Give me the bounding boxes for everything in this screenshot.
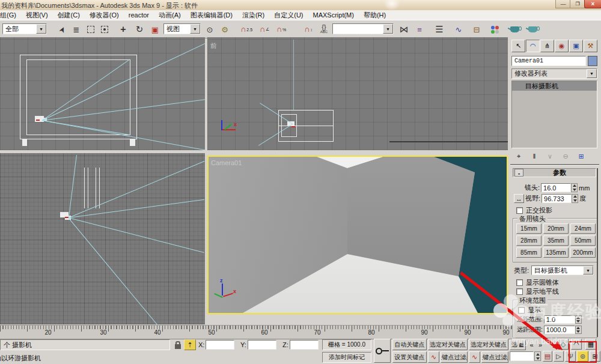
previous-frame-button[interactable]: « [528,339,535,350]
parameters-rollout-header[interactable]: - 参数 [513,168,596,177]
lens-preset-50mm[interactable]: 50mm [570,235,596,246]
key-filters-button[interactable]: 关键点过滤点 [441,351,468,363]
menu-item-animation[interactable]: 动画(A) [154,11,186,20]
select-object-button[interactable]: ➤ [55,23,69,36]
selection-lock-button[interactable] [172,339,183,350]
time-spinner[interactable] [534,351,541,361]
select-scale-button[interactable]: ▣ [148,23,162,36]
near-range-spinner[interactable] [575,315,582,324]
far-range-spinner[interactable] [575,326,582,334]
select-manipulate-button[interactable]: ⚙ [218,23,231,36]
chevron-down-icon[interactable]: ▼ [36,24,46,34]
quick-render-button[interactable] [526,23,539,36]
snap-toggle-button[interactable]: ∩2.5 [238,23,255,36]
object-name-field[interactable]: Camera01 [511,56,586,66]
menu-item-reactor[interactable]: reactor [124,11,154,19]
z-coordinate-field[interactable] [290,340,319,350]
menu-item-rendering[interactable]: 渲染(R) [237,11,269,20]
select-move-button[interactable]: + [117,23,130,36]
menu-item-help[interactable]: 帮助(H) [359,11,391,20]
named-selection-sets-button[interactable]: {}ABC [317,23,331,36]
set-key-button[interactable]: 设置关键点 [392,351,427,363]
angle-snap-button[interactable]: ∩∠ [257,23,272,36]
layer-manager-button[interactable]: ☰ [433,23,446,36]
menu-item-graph-editors[interactable]: 图表编辑器(D) [186,11,237,20]
lens-preset-135mm[interactable]: 135mm [543,247,569,258]
window-crossing-button[interactable] [98,23,111,36]
select-by-name-button[interactable]: ≣ [70,23,83,36]
menu-item-modifiers[interactable]: 修改器(O) [85,11,124,20]
coord-system-dropdown[interactable]: 视图 ▼ [163,23,201,34]
chevron-down-icon[interactable]: ▼ [383,24,393,34]
mirror-button[interactable]: ⋈ [397,23,410,36]
percent-snap-button[interactable]: ∩% [273,23,289,36]
key-filter-curve-button[interactable]: ∿ [469,351,480,363]
close-button[interactable]: × [584,0,601,8]
track-bar[interactable] [0,325,512,339]
tab-modify[interactable]: ◠ [526,40,540,52]
modifier-stack[interactable]: 目标摄影机 [511,80,597,148]
viewport-front[interactable]: 前 x [207,37,508,150]
viewport-camera[interactable]: Camera01 z x [209,157,507,313]
restore-button[interactable]: ❐ [570,0,585,8]
viewport-label-front[interactable]: 前 [210,41,217,50]
absolute-mode-toggle[interactable]: ⇡ [184,339,196,350]
menu-item-group[interactable]: 组(G) [0,11,21,20]
minimize-button[interactable]: — [555,0,571,8]
tab-hierarchy[interactable]: ⋔ [540,40,554,52]
render-setup-button[interactable] [508,23,521,36]
material-editor-button[interactable] [488,23,501,36]
env-show-checkbox[interactable] [518,307,525,314]
menu-item-customize[interactable]: 自定义(U) [269,11,308,20]
tab-create[interactable]: ↖ [511,40,525,52]
stack-item-target-camera[interactable]: 目标摄影机 [512,81,597,91]
viewport-bottom-left[interactable] [0,153,205,324]
lens-field[interactable]: 16.0 [541,183,571,192]
tab-display[interactable]: ▣ [569,40,583,52]
tab-utilities[interactable]: ⚒ [584,40,597,52]
far-range-field[interactable]: 1000.0 [544,326,575,334]
time-configuration-button[interactable]: ▤ [543,351,552,362]
chevron-down-icon[interactable]: ▼ [583,266,593,275]
camera-type-dropdown[interactable]: 目标摄影机 ▼ [531,265,594,275]
next-frame-button[interactable]: » [536,339,545,350]
key-filter-curve-button[interactable]: ∿ [428,351,439,363]
configure-modifier-sets-button[interactable]: ⊞ [575,151,587,162]
lens-preset-85mm[interactable]: 85mm [516,247,542,258]
named-selection-dropdown[interactable]: ▼ [332,23,394,34]
collapse-button[interactable]: - [514,169,523,177]
show-horizon-checkbox[interactable] [516,288,523,295]
near-range-field[interactable]: 1.0 [544,315,575,324]
selection-filter-dropdown[interactable]: 全部 ▼ [2,23,47,34]
menu-item-create[interactable]: 创建(C) [53,11,85,20]
pin-stack-button[interactable]: ⌖ [513,151,525,162]
x-coordinate-field[interactable] [206,340,234,350]
ortho-checkbox[interactable] [516,207,523,214]
viewport-top-left[interactable] [0,37,205,150]
lens-spinner[interactable] [571,183,578,192]
viewport-label-camera[interactable]: Camera01 [211,159,242,166]
menu-item-views[interactable]: 视图(V) [21,11,53,20]
chevron-down-icon[interactable]: ▼ [190,24,200,34]
auto-key-button[interactable]: 自动关键点 [392,339,427,350]
show-end-result-button[interactable]: ‖ [528,151,540,162]
spinner-snap-button[interactable]: ∩↕ [300,23,316,36]
show-cone-checkbox[interactable] [516,279,523,286]
make-unique-button[interactable]: ∨ [544,151,556,162]
rectangular-selection-button[interactable] [84,23,97,36]
lens-preset-28mm[interactable]: 28mm [516,235,542,246]
panel-scrollbar[interactable] [597,168,598,337]
fov-spinner[interactable] [572,194,578,203]
fov-direction-button[interactable]: ↔ [514,194,524,203]
lens-preset-15mm[interactable]: 15mm [516,223,542,234]
schematic-view-button[interactable]: ⊟ [470,23,483,36]
key-mode-toggle-button[interactable]: 选 ▦ [510,339,526,350]
modifier-list-dropdown[interactable]: 修改器列表 ▼ [511,68,597,79]
selected-keys-dropdown[interactable]: 选定对关键点 [428,339,468,350]
remove-modifier-button[interactable]: ⊖ [560,151,572,162]
chevron-down-icon[interactable]: ▼ [587,69,597,78]
selected-keys-dropdown[interactable]: 选定对关键点 [469,339,508,350]
lens-preset-200mm[interactable]: 200mm [570,247,596,258]
select-rotate-button[interactable]: ↻ [133,23,146,36]
curve-editor-button[interactable]: ∿ [452,23,465,36]
